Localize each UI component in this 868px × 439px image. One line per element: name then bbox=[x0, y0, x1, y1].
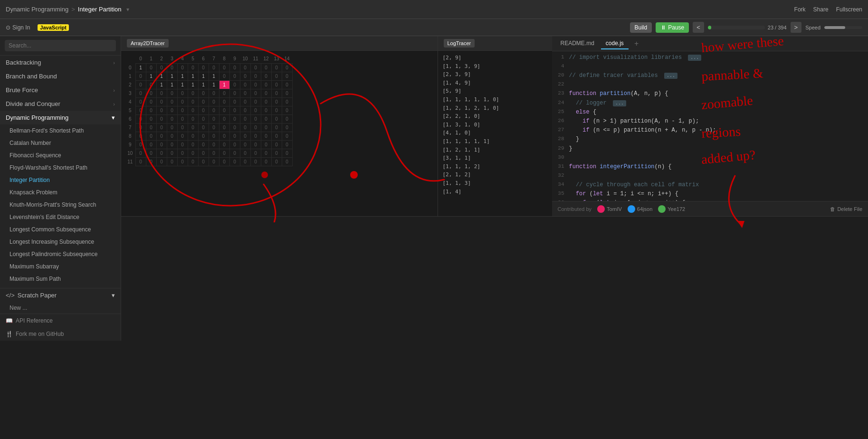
github-icon: ⊙ bbox=[6, 24, 10, 31]
line-content: for (let i = 1; i <= n; i++) { bbox=[569, 190, 868, 199]
sidebar-sub-integer-partition[interactable]: Integer Partition bbox=[0, 174, 121, 186]
avatar-3 bbox=[658, 205, 666, 213]
main-layout: Backtracking › Branch and Bound Brute Fo… bbox=[0, 36, 868, 341]
speed-fill bbox=[824, 26, 845, 29]
sidebar-sub-levenshtein[interactable]: Levenshtein's Edit Distance bbox=[0, 211, 121, 223]
code-line: 25 else { bbox=[552, 108, 868, 117]
line-content bbox=[569, 62, 868, 71]
log-content: [2, 9][1, 1, 3, 9][2, 3, 9][1, 4, 9][5, … bbox=[438, 51, 552, 216]
sidebar-sub-knapsack[interactable]: Knapsack Problem bbox=[0, 186, 121, 199]
sidebar-sub-floyd-warshall[interactable]: Floyd-Warshall's Shortest Path bbox=[0, 162, 121, 174]
search-input[interactable] bbox=[5, 40, 116, 51]
code-line: 32 bbox=[552, 172, 868, 181]
line-content: else { bbox=[569, 108, 868, 117]
arrow-down-icon: ▾ bbox=[112, 114, 115, 121]
log-tab[interactable]: LogTracer bbox=[438, 36, 552, 51]
progress-container: 23 / 394 bbox=[708, 25, 787, 30]
contributor-name-2: 64json bbox=[637, 206, 652, 212]
fork-action[interactable]: Fork bbox=[794, 6, 806, 13]
pause-button[interactable]: ⏸ Pause bbox=[656, 22, 689, 33]
tab-readme[interactable]: README.md bbox=[556, 38, 599, 49]
content-area: Array2DTracer 01234567891011121314 01000… bbox=[121, 36, 868, 341]
breadcrumb-dropdown-icon[interactable]: ▾ bbox=[126, 6, 129, 13]
sidebar-sub-kmp[interactable]: Knuth-Morris-Pratt's String Search bbox=[0, 199, 121, 211]
code-line: 29} bbox=[552, 144, 868, 153]
sidebar-sub-lps[interactable]: Longest Palindromic Subsequence bbox=[0, 248, 121, 260]
breadcrumb-root[interactable]: Dynamic Programming bbox=[6, 6, 68, 13]
tracer-panel: Array2DTracer 01234567891011121314 01000… bbox=[121, 36, 868, 217]
second-bar: ⊙ Sign In JavaScript Build ⏸ Pause < 23 … bbox=[0, 19, 868, 36]
sidebar-api-reference[interactable]: 📖 API Reference bbox=[0, 314, 121, 327]
line-number: 26 bbox=[552, 117, 569, 126]
list-item: [2, 1, 2] bbox=[443, 171, 547, 179]
editor-content[interactable]: 1// import visualization libraries ...42… bbox=[552, 51, 868, 201]
language-badge[interactable]: JavaScript bbox=[38, 24, 69, 31]
sidebar-github-fork[interactable]: 🍴 Fork me on GitHub bbox=[0, 327, 121, 341]
list-item: [1, 1, 1, 1, 1, 0] bbox=[443, 95, 547, 104]
sidebar-item-backtracking[interactable]: Backtracking › bbox=[0, 56, 121, 69]
line-content: function integerPartition(n) { bbox=[569, 162, 868, 172]
progress-label: 23 / 394 bbox=[768, 25, 787, 30]
line-number: 25 bbox=[552, 108, 569, 117]
sidebar-sub-bellman-ford[interactable]: Bellman-Ford's Shortest Path bbox=[0, 124, 121, 137]
array2d-grid[interactable]: 01234567891011121314 0100000000000000101… bbox=[121, 51, 438, 216]
line-number: 23 bbox=[552, 89, 569, 98]
sidebar-sub-max-sum-path[interactable]: Maximum Sum Path bbox=[0, 273, 121, 285]
sign-in-button[interactable]: ⊙ Sign In bbox=[6, 24, 30, 31]
trash-icon: 🗑 bbox=[830, 206, 835, 212]
list-item: [1, 1, 3] bbox=[443, 179, 547, 188]
array2d-tab[interactable]: Array2DTracer bbox=[121, 36, 438, 51]
line-number: 1 bbox=[552, 53, 569, 62]
tab-codejs[interactable]: code.js bbox=[601, 38, 629, 49]
code-line: 24 // logger ... bbox=[552, 99, 868, 108]
contributor-1: TornIV bbox=[597, 205, 622, 213]
sidebar-item-dynamic-programming[interactable]: Dynamic Programming ▾ bbox=[0, 111, 121, 124]
speed-track[interactable] bbox=[824, 26, 862, 29]
sidebar-sub-lis[interactable]: Longest Increasing Subsequence bbox=[0, 236, 121, 248]
avatar-2 bbox=[628, 205, 635, 213]
avatar-1 bbox=[597, 205, 605, 213]
sidebar-item-divide-conquer[interactable]: Divide and Conquer › bbox=[0, 97, 121, 111]
prev-button[interactable]: < bbox=[693, 22, 704, 33]
line-number: 20 bbox=[552, 71, 569, 80]
code-line: 34 // cycle through each cell of matrix bbox=[552, 181, 868, 190]
list-item: [2, 3, 9] bbox=[443, 70, 547, 79]
breadcrumb-current[interactable]: Integer Partition bbox=[78, 6, 122, 13]
list-item: [3, 1, 1] bbox=[443, 154, 547, 162]
contributor-name-1: TornIV bbox=[607, 206, 622, 212]
code-line: 27 if (n <= p) partition(n + A, n, p - n… bbox=[552, 126, 868, 135]
arrow-down-icon: ▾ bbox=[112, 292, 115, 299]
progress-fill bbox=[708, 26, 711, 29]
sidebar-sub-lcs[interactable]: Longest Common Subsequence bbox=[0, 223, 121, 236]
breadcrumb-separator: > bbox=[71, 6, 75, 13]
tab-add-button[interactable]: + bbox=[630, 38, 642, 50]
code-line: 1// import visualization libraries ... bbox=[552, 53, 868, 62]
sidebar-item-brute-force[interactable]: Brute Force › bbox=[0, 83, 121, 97]
sidebar-sub-fibonacci[interactable]: Fibonacci Sequence bbox=[0, 149, 121, 162]
sidebar-sub-max-subarray[interactable]: Maximum Subarray bbox=[0, 260, 121, 273]
list-item: [2, 9] bbox=[443, 54, 547, 62]
editor-panel: README.md code.js + 1// import visualiza… bbox=[552, 36, 868, 216]
contributed-by-label: Contributed by bbox=[558, 206, 592, 212]
code-line: 26 if (n > 1) partition(A, n - 1, p); bbox=[552, 117, 868, 126]
list-item: [1, 2, 1, 2, 1, 0] bbox=[443, 104, 547, 113]
breadcrumb: Dynamic Programming > Integer Partition … bbox=[6, 6, 794, 13]
arrow-icon: › bbox=[113, 60, 115, 66]
delete-file-button[interactable]: 🗑 Delete File bbox=[830, 206, 862, 212]
line-content: // logger ... bbox=[569, 99, 868, 108]
line-number: 29 bbox=[552, 144, 569, 153]
list-item: [1, 2, 1, 1] bbox=[443, 146, 547, 154]
scratch-paper-new[interactable]: New ... bbox=[0, 302, 121, 314]
grid-table: 01234567891011121314 0100000000000000101… bbox=[125, 55, 293, 166]
sidebar-bottom: 📖 API Reference 🍴 Fork me on GitHub bbox=[0, 314, 121, 341]
sidebar-sub-catalan[interactable]: Catalan Number bbox=[0, 137, 121, 149]
next-button[interactable]: > bbox=[791, 22, 802, 33]
sidebar-item-branch-and-bound[interactable]: Branch and Bound bbox=[0, 69, 121, 83]
line-number: 32 bbox=[552, 172, 569, 181]
fullscreen-action[interactable]: Fullscreen bbox=[836, 6, 862, 13]
sidebar-scratch-paper-header[interactable]: </> Scratch Paper ▾ bbox=[0, 288, 121, 302]
build-button[interactable]: Build bbox=[630, 22, 652, 33]
share-action[interactable]: Share bbox=[813, 6, 829, 13]
line-number: 24 bbox=[552, 99, 569, 108]
editor-footer: Contributed by TornIV 64json Yee172 bbox=[552, 201, 868, 216]
